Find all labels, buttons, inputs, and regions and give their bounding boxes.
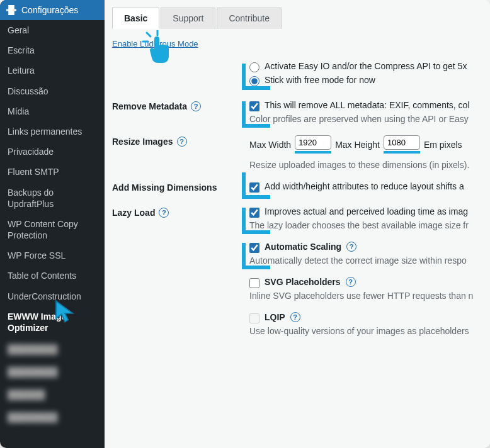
check-metadata-label: This will remove ALL metadata: EXIF, com…	[265, 100, 470, 110]
resize-label: Resize Images	[112, 137, 173, 147]
check-lqip-label: LQIP	[265, 312, 285, 322]
max-height-label: Max Height	[335, 140, 380, 150]
svg-desc: Inline SVG placeholders use fewer HTTP r…	[249, 291, 490, 301]
sidebar-item-copyprotection[interactable]: WP Content Copy Protection	[0, 214, 105, 245]
tab-support[interactable]: Support	[161, 8, 215, 29]
tabs: Basic Support Contribute	[105, 0, 490, 29]
max-width-label: Max Width	[249, 140, 291, 150]
check-lazy-label: Improves actual and perceived loading ti…	[265, 206, 468, 216]
sidebar-item-smtp[interactable]: Fluent SMTP	[0, 162, 105, 182]
blurred-item: ████████	[0, 338, 105, 361]
check-scaling-label: Automatic Scaling	[265, 242, 341, 252]
tab-basic[interactable]: Basic	[112, 8, 159, 29]
click-hand-icon	[142, 30, 173, 68]
check-metadata[interactable]	[249, 101, 259, 111]
help-icon[interactable]	[346, 277, 356, 287]
sidebar-item-geral[interactable]: Geral	[0, 20, 105, 40]
settings-icon	[6, 5, 16, 15]
lqip-desc: Use low-quality versions of your images …	[249, 326, 490, 336]
lazy-label: Lazy Load	[112, 208, 155, 218]
resize-desc: Resize uploaded images to these dimensio…	[249, 160, 490, 170]
check-dimensions[interactable]	[249, 182, 259, 193]
scaling-desc: Automatically detect the correct image s…	[249, 255, 490, 266]
check-svg[interactable]	[249, 278, 259, 288]
sidebar-item-forcessl[interactable]: WP Force SSL	[0, 245, 105, 266]
blurred-item: ██████	[0, 383, 105, 406]
max-height-input[interactable]	[384, 135, 420, 150]
sidebar: Configurações Geral Escrita Leitura Disc…	[0, 0, 105, 448]
cursor-pointer-icon	[52, 299, 78, 325]
svg-line-0	[147, 33, 151, 36]
check-lqip[interactable]	[249, 313, 259, 323]
sidebar-item-leitura[interactable]: Leitura	[0, 60, 105, 81]
sidebar-item-privacidade[interactable]: Privacidade	[0, 142, 105, 162]
radio-activate[interactable]	[249, 62, 259, 72]
main-content: Basic Support Contribute Enable Ludicrou…	[105, 0, 490, 448]
sidebar-header-label: Configurações	[21, 5, 78, 15]
check-lazy[interactable]	[249, 208, 259, 218]
help-icon[interactable]	[191, 101, 201, 111]
blurred-item: ████████	[0, 406, 105, 428]
sidebar-item-toc[interactable]: Table of Contents	[0, 266, 105, 286]
sidebar-item-backups[interactable]: Backups do UpdraftPlus	[0, 182, 105, 214]
check-dimensions-label: Add width/height attributes to reduce la…	[265, 181, 464, 191]
check-svg-label: SVG Placeholders	[265, 277, 341, 287]
help-icon[interactable]	[177, 137, 187, 147]
help-icon[interactable]	[346, 242, 356, 252]
units-label: Em pixels	[424, 140, 462, 150]
sidebar-item-midia[interactable]: Mídia	[0, 101, 105, 121]
radio-activate-label: Activate Easy IO and/or the Compress API…	[265, 61, 467, 71]
radio-stick[interactable]	[249, 76, 259, 86]
help-icon[interactable]	[159, 208, 169, 218]
radio-stick-label: Stick with free mode for now	[265, 75, 375, 85]
sidebar-item-links[interactable]: Links permanentes	[0, 121, 105, 142]
check-scaling[interactable]	[249, 243, 259, 253]
dimensions-label: Add Missing Dimensions	[112, 182, 217, 193]
metadata-desc: Color profiles are preserved when using …	[249, 114, 490, 124]
metadata-label: Remove Metadata	[112, 101, 187, 111]
sidebar-header[interactable]: Configurações	[0, 0, 105, 20]
sidebar-item-escrita[interactable]: Escrita	[0, 40, 105, 60]
help-icon[interactable]	[290, 312, 300, 322]
max-width-input[interactable]	[295, 135, 331, 150]
tab-contribute[interactable]: Contribute	[217, 8, 282, 29]
sidebar-item-discussao[interactable]: Discussão	[0, 81, 105, 101]
blurred-item: ████████	[0, 361, 105, 383]
lazy-desc: The lazy loader chooses the best availab…	[249, 220, 490, 230]
